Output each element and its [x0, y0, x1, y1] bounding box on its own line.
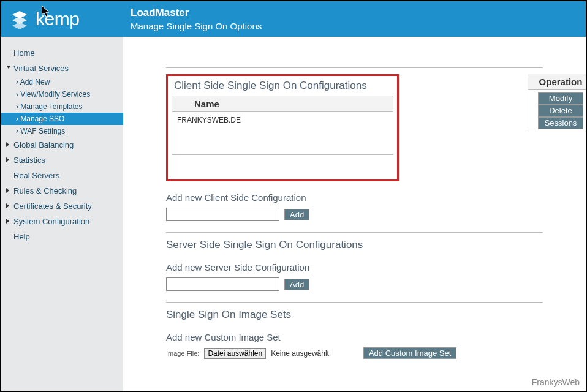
kemp-logo-icon	[10, 9, 29, 29]
product-title: LoadMaster	[131, 7, 262, 19]
nav-add-new[interactable]: Add New	[1, 76, 123, 88]
add-image-set-title: Add new Custom Image Set	[166, 332, 543, 342]
caret-right-icon	[6, 219, 9, 224]
operation-cell: Modify Delete Sessions	[528, 90, 586, 132]
file-status-text: Keine ausgewählt	[271, 349, 329, 358]
server-sso-title: Server Side Single Sign On Configuration…	[166, 239, 543, 251]
watermark-text: FrankysWeb	[532, 377, 580, 387]
add-server-button[interactable]: Add	[284, 279, 309, 290]
image-file-label: Image File:	[166, 350, 199, 357]
nav-real-servers[interactable]: Real Servers	[1, 168, 123, 183]
client-name-input[interactable]	[166, 208, 279, 221]
nav-statistics[interactable]: Statistics	[1, 153, 123, 168]
nav-waf-settings[interactable]: WAF Settings	[1, 125, 123, 137]
caret-down-icon	[6, 66, 11, 69]
delete-button[interactable]: Delete	[538, 105, 583, 117]
nav-global-balancing[interactable]: Global Balancing	[1, 137, 123, 153]
sidebar: Home Virtual Services Add New View/Modif…	[1, 37, 123, 391]
nav-rules-checking[interactable]: Rules & Checking	[1, 183, 123, 198]
add-client-button[interactable]: Add	[284, 209, 309, 221]
nav-certs-security[interactable]: Certificates & Security	[1, 198, 123, 214]
nav-system-config-label: System Configuration	[13, 217, 89, 226]
nav-view-modify-services[interactable]: View/Modify Services	[1, 88, 123, 100]
col-operation-header: Operation	[528, 74, 586, 90]
caret-right-icon	[6, 157, 9, 162]
modify-button[interactable]: Modify	[538, 92, 583, 105]
brand-text: kemp	[36, 10, 79, 28]
add-client-title: Add new Client Side Configuration	[166, 192, 543, 203]
nav-home[interactable]: Home	[1, 45, 123, 61]
svg-marker-2	[12, 22, 27, 29]
add-server-title: Add new Server Side Configuration	[166, 262, 543, 273]
nav-statistics-label: Statistics	[13, 156, 45, 165]
image-sets-title: Single Sign On Image Sets	[166, 309, 543, 321]
client-sso-highlight: Client Side Single Sign On Configuration…	[166, 74, 399, 181]
col-name-header: Name	[172, 96, 393, 112]
choose-file-button[interactable]: Datei auswählen	[204, 348, 266, 359]
sessions-button[interactable]: Sessions	[538, 117, 583, 129]
nav-help[interactable]: Help	[1, 229, 123, 244]
nav-global-balancing-label: Global Balancing	[13, 140, 74, 149]
nav-rules-checking-label: Rules & Checking	[13, 186, 77, 195]
nav-virtual-services[interactable]: Virtual Services	[1, 61, 123, 76]
nav-certs-security-label: Certificates & Security	[13, 202, 92, 211]
add-client-form: Add	[166, 208, 543, 221]
caret-right-icon	[6, 188, 9, 193]
divider	[166, 302, 543, 303]
header-titles: LoadMaster Manage Single Sign On Options	[123, 1, 262, 37]
image-file-row: Image File: Datei auswählen Keine ausgew…	[166, 347, 543, 359]
main-content: Client Side Single Sign On Configuration…	[123, 37, 586, 391]
caret-right-icon	[6, 203, 9, 208]
client-sso-title: Client Side Single Sign On Configuration…	[174, 80, 393, 92]
nav-manage-templates[interactable]: Manage Templates	[1, 100, 123, 113]
operation-column: Operation Modify Delete Sessions	[528, 74, 586, 132]
header-bar: kemp LoadMaster Manage Single Sign On Op…	[1, 1, 586, 37]
add-server-form: Add	[166, 277, 543, 291]
nav-manage-sso[interactable]: Manage SSO	[1, 113, 123, 125]
nav-virtual-services-label: Virtual Services	[13, 64, 69, 73]
divider	[166, 67, 543, 68]
page-subtitle: Manage Single Sign On Options	[131, 21, 262, 31]
caret-right-icon	[6, 142, 9, 147]
server-name-input[interactable]	[166, 277, 279, 291]
nav-system-config[interactable]: System Configuration	[1, 214, 123, 229]
divider	[166, 232, 543, 233]
logo-area: kemp	[1, 1, 123, 37]
client-sso-row-name: FRANKYSWEB.DE	[172, 112, 393, 155]
add-custom-image-set-button[interactable]: Add Custom Image Set	[363, 347, 456, 359]
